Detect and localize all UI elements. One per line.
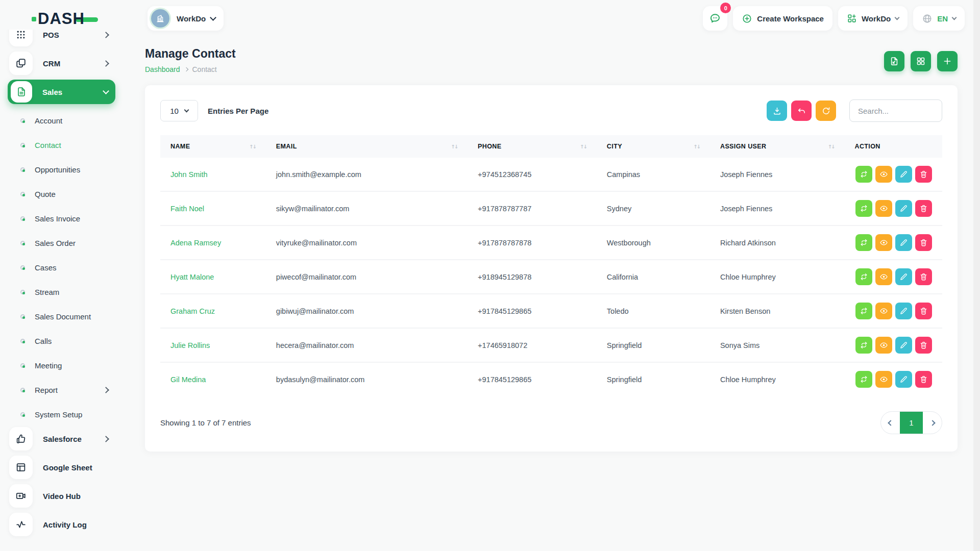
trash-button[interactable] [915, 200, 932, 217]
exchange-button[interactable] [855, 268, 872, 285]
bullet-icon [20, 143, 25, 147]
contact-name-link[interactable]: John Smith [170, 170, 208, 179]
sort-icon[interactable]: ↑↓ [243, 144, 256, 149]
cell-city: Westborough [597, 226, 710, 260]
sidebar-item-account[interactable]: Account [8, 108, 115, 133]
sidebar: DASH POSCRMSalesAccountContactOpportunit… [0, 0, 122, 551]
eye-button[interactable] [875, 268, 892, 285]
sidebar-item-opportunities[interactable]: Opportunities [8, 157, 115, 182]
sidebar-item-system-setup[interactable]: System Setup [8, 402, 115, 427]
sidebar-scroll-area[interactable]: POSCRMSalesAccountContactOpportunitiesQu… [0, 30, 122, 551]
entries-select-value: 10 [170, 107, 179, 115]
sidebar-item-video-hub[interactable]: Video Hub [8, 484, 115, 508]
column-header-phone[interactable]: PHONE↑↓ [468, 135, 597, 158]
cell-assign-user: Richard Atkinson [710, 226, 845, 260]
sidebar-item-sales-order[interactable]: Sales Order [8, 231, 115, 255]
column-header-city[interactable]: CITY↑↓ [597, 135, 710, 158]
sidebar-item-contact[interactable]: Contact [8, 133, 115, 157]
sidebar-item-google-sheet[interactable]: Google Sheet [8, 455, 115, 480]
eye-button[interactable] [875, 200, 892, 217]
exchange-button[interactable] [855, 200, 872, 217]
eye-button[interactable] [875, 303, 892, 319]
bullet-icon [20, 167, 25, 172]
messages-button[interactable]: 0 [703, 6, 727, 31]
sort-icon[interactable]: ↑↓ [687, 144, 700, 149]
refresh-button[interactable] [816, 101, 836, 121]
app-logo[interactable]: DASH [32, 9, 98, 29]
column-header-email[interactable]: EMAIL↑↓ [266, 135, 468, 158]
exchange-button[interactable] [855, 303, 872, 319]
exchange-button[interactable] [855, 371, 872, 388]
trash-button[interactable] [915, 166, 932, 183]
cell-email: gibiwuj@mailinator.com [266, 294, 468, 328]
sidebar-item-label: Activity Log [43, 520, 108, 529]
contact-name-link[interactable]: Adena Ramsey [170, 239, 221, 247]
search-input[interactable] [849, 99, 942, 122]
contact-name-link[interactable]: Julie Rollins [170, 341, 210, 349]
exchange-button[interactable] [855, 337, 872, 354]
contact-name-link[interactable]: Gil Medina [170, 375, 206, 384]
workdo-menu-button[interactable]: WorkDo [838, 6, 908, 31]
sidebar-item-activity-log[interactable]: Activity Log [8, 512, 115, 537]
cell-actions [844, 191, 942, 226]
pencil-button[interactable] [895, 234, 912, 251]
sidebar-item-pos[interactable]: POS [8, 30, 115, 47]
trash-button[interactable] [915, 303, 932, 319]
pagination-next-button[interactable] [923, 412, 942, 434]
pencil-button[interactable] [895, 303, 912, 319]
card-footer: Showing 1 to 7 of 7 entries 1 [160, 411, 942, 434]
trash-button[interactable] [915, 268, 932, 285]
column-header-name[interactable]: NAME↑↓ [160, 135, 266, 158]
eye-button[interactable] [875, 166, 892, 183]
sidebar-item-report[interactable]: Report [8, 378, 115, 402]
download-button[interactable] [767, 101, 787, 121]
plus-button[interactable] [937, 51, 958, 71]
grid-button[interactable] [911, 51, 931, 71]
exchange-button[interactable] [855, 234, 872, 251]
eye-button[interactable] [875, 371, 892, 388]
sort-icon[interactable]: ↑↓ [445, 144, 457, 149]
contact-name-link[interactable]: Graham Cruz [170, 307, 215, 315]
sidebar-item-salesforce[interactable]: Salesforce [8, 427, 115, 451]
file-export-button[interactable] [884, 51, 904, 71]
entries-per-page-select[interactable]: 10 [160, 100, 198, 121]
sidebar-item-meeting[interactable]: Meeting [8, 353, 115, 378]
sidebar-item-quote[interactable]: Quote [8, 182, 115, 206]
trash-button[interactable] [915, 371, 932, 388]
pencil-button[interactable] [895, 200, 912, 217]
page-scrollbar[interactable] [973, 0, 980, 551]
pencil-button[interactable] [895, 166, 912, 183]
sort-icon[interactable]: ↑↓ [822, 144, 835, 149]
eye-button[interactable] [875, 337, 892, 354]
sidebar-item-label: Sales Order [35, 239, 108, 247]
contact-name-link[interactable]: Hyatt Malone [170, 273, 214, 281]
sidebar-item-stream[interactable]: Stream [8, 280, 115, 304]
exchange-button[interactable] [855, 166, 872, 183]
language-selector[interactable]: EN [913, 6, 965, 31]
table-row: Adena Ramseyvityruke@mailinator.com+9178… [160, 226, 942, 260]
pencil-button[interactable] [895, 268, 912, 285]
contact-name-link[interactable]: Faith Noel [170, 205, 204, 213]
workspace-selector[interactable]: WorkDo [148, 6, 224, 31]
undo-button[interactable] [791, 101, 812, 121]
trash-button[interactable] [915, 234, 932, 251]
pagination-prev-button[interactable] [881, 412, 900, 434]
trash-button[interactable] [915, 337, 932, 354]
sidebar-item-crm[interactable]: CRM [8, 51, 115, 76]
pencil-button[interactable] [895, 337, 912, 354]
eye-button[interactable] [875, 234, 892, 251]
sidebar-item-sales-invoice[interactable]: Sales Invoice [8, 206, 115, 231]
create-workspace-button[interactable]: Create Workspace [733, 6, 832, 31]
breadcrumb-dashboard-link[interactable]: Dashboard [145, 65, 180, 73]
sidebar-item-calls[interactable]: Calls [8, 329, 115, 353]
exchange-icon [860, 204, 868, 213]
cell-actions [844, 362, 942, 396]
sort-icon[interactable]: ↑↓ [574, 144, 586, 149]
sidebar-item-cases[interactable]: Cases [8, 255, 115, 280]
sidebar-item-sales-document[interactable]: Sales Document [8, 304, 115, 329]
column-header-assign-user[interactable]: ASSIGN USER↑↓ [710, 135, 845, 158]
pagination-page-1[interactable]: 1 [900, 412, 923, 434]
toolbar-right [767, 99, 942, 122]
sidebar-item-sales[interactable]: Sales [8, 80, 115, 104]
pencil-button[interactable] [895, 371, 912, 388]
